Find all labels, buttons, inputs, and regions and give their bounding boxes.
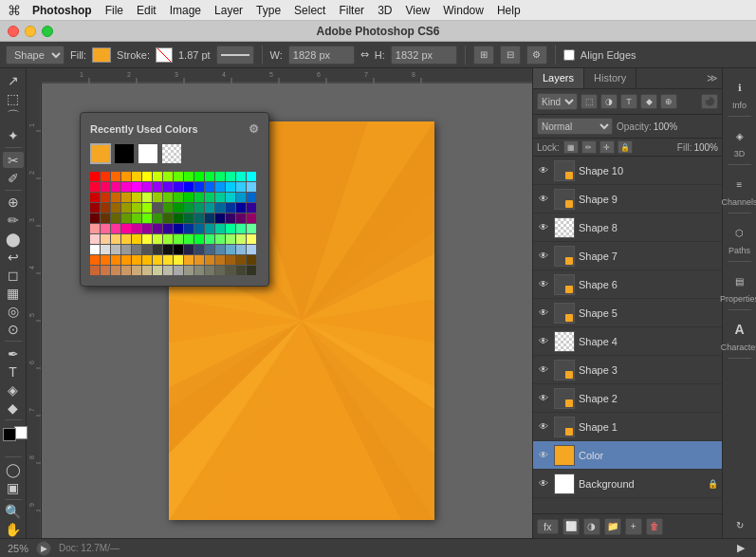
tool-magic-wand[interactable]: ✦ xyxy=(3,127,24,143)
layer-visibility-toggle[interactable]: 👁 xyxy=(537,477,550,491)
properties-icon[interactable]: ▤ xyxy=(727,268,753,294)
color-cell[interactable] xyxy=(111,255,120,265)
color-cell[interactable] xyxy=(142,234,152,244)
add-adjustment-button[interactable]: ◑ xyxy=(583,518,600,535)
fill-value[interactable]: 100% xyxy=(693,142,718,153)
color-cell[interactable] xyxy=(184,266,194,275)
tool-eyedropper[interactable]: ✐ xyxy=(3,170,24,186)
tool-marquee[interactable]: ⬚ xyxy=(3,90,24,106)
tool-stamp[interactable]: ⬤ xyxy=(3,231,24,247)
color-cell[interactable] xyxy=(247,245,256,254)
color-cell[interactable] xyxy=(163,234,173,244)
color-cell[interactable] xyxy=(215,193,225,202)
color-cell[interactable] xyxy=(132,193,141,202)
delete-layer-button[interactable]: 🗑 xyxy=(646,518,663,535)
status-arrow-btn[interactable]: ▶ xyxy=(733,541,748,556)
layer-visibility-toggle[interactable]: 👁 xyxy=(537,420,550,434)
color-cell[interactable] xyxy=(236,214,246,223)
color-cell[interactable] xyxy=(226,214,235,223)
tab-history[interactable]: History xyxy=(584,68,636,88)
layer-filter-toggle[interactable]: ⚫ xyxy=(701,94,718,109)
color-cell[interactable] xyxy=(153,224,162,233)
color-cell[interactable] xyxy=(163,255,173,265)
color-cell[interactable] xyxy=(153,234,162,244)
color-cell[interactable] xyxy=(90,193,100,202)
color-cell[interactable] xyxy=(174,234,183,244)
color-cell[interactable] xyxy=(205,245,214,254)
color-cell[interactable] xyxy=(142,193,152,202)
arrange-button[interactable]: ⚙ xyxy=(526,46,547,65)
color-cell[interactable] xyxy=(121,214,131,223)
color-cell[interactable] xyxy=(215,172,225,181)
color-cell[interactable] xyxy=(236,266,246,275)
color-cell[interactable] xyxy=(132,203,141,213)
color-cell[interactable] xyxy=(236,182,246,192)
color-cell[interactable] xyxy=(174,214,183,223)
color-cell[interactable] xyxy=(153,245,162,254)
tool-zoom[interactable]: 🔍 xyxy=(3,504,24,520)
canvas-viewport[interactable]: Recently Used Colors ⚙ xyxy=(42,84,532,538)
color-cell[interactable] xyxy=(132,214,141,223)
color-cell[interactable] xyxy=(142,203,152,213)
layer-visibility-toggle[interactable]: 👁 xyxy=(537,164,550,177)
fill-color-swatch[interactable] xyxy=(92,47,111,63)
menu-3d[interactable]: 3D xyxy=(378,4,392,17)
color-cell[interactable] xyxy=(153,203,162,213)
tool-brush[interactable]: ✏ xyxy=(3,213,24,229)
color-cell[interactable] xyxy=(205,214,214,223)
tool-gradient[interactable]: ▦ xyxy=(3,285,24,301)
color-cell[interactable] xyxy=(226,224,235,233)
color-cell[interactable] xyxy=(111,214,120,223)
color-cell[interactable] xyxy=(163,214,173,223)
color-cell[interactable] xyxy=(132,172,141,181)
layer-visibility-toggle[interactable]: 👁 xyxy=(537,221,550,234)
color-cell[interactable] xyxy=(184,172,194,181)
color-cell[interactable] xyxy=(121,203,131,213)
color-cell[interactable] xyxy=(236,255,246,265)
color-cell[interactable] xyxy=(236,245,246,254)
color-cell[interactable] xyxy=(153,266,162,275)
close-button[interactable] xyxy=(8,26,19,37)
color-cell[interactable] xyxy=(236,224,246,233)
color-cell[interactable] xyxy=(101,255,110,265)
menu-file[interactable]: File xyxy=(105,4,123,17)
tool-shape[interactable]: ◆ xyxy=(3,399,24,416)
color-cell[interactable] xyxy=(111,266,120,275)
color-cell[interactable] xyxy=(163,172,173,181)
color-cell[interactable] xyxy=(184,203,194,213)
filter-type-btn[interactable]: T xyxy=(620,94,637,109)
width-input[interactable] xyxy=(288,46,355,65)
color-cell[interactable] xyxy=(194,203,204,213)
height-input[interactable] xyxy=(391,46,457,65)
status-next-btn[interactable]: ▶ xyxy=(36,541,51,556)
add-mask-button[interactable]: ⬜ xyxy=(562,518,580,535)
color-cell[interactable] xyxy=(194,266,204,275)
color-cell[interactable] xyxy=(247,203,256,213)
layer-item[interactable]: 👁Color xyxy=(533,441,722,470)
color-cell[interactable] xyxy=(101,203,110,213)
stroke-style-selector[interactable] xyxy=(216,46,254,65)
layer-item[interactable]: 👁Shape 2 xyxy=(533,384,722,413)
color-cell[interactable] xyxy=(247,266,256,275)
opacity-value[interactable]: 100% xyxy=(654,121,678,132)
color-cell[interactable] xyxy=(205,203,214,213)
menu-image[interactable]: Image xyxy=(170,4,201,17)
color-cell[interactable] xyxy=(174,255,183,265)
color-cell[interactable] xyxy=(236,193,246,202)
tool-lasso[interactable]: ⌒ xyxy=(3,108,24,125)
color-cell[interactable] xyxy=(121,172,131,181)
color-cell[interactable] xyxy=(163,182,173,192)
color-cell[interactable] xyxy=(205,182,214,192)
color-cell[interactable] xyxy=(215,182,225,192)
color-cell[interactable] xyxy=(101,224,110,233)
color-cell[interactable] xyxy=(132,245,141,254)
color-cell[interactable] xyxy=(205,234,214,244)
maximize-button[interactable] xyxy=(42,26,53,37)
right-panel-properties[interactable]: ▤ Properties xyxy=(720,268,756,304)
color-cell[interactable] xyxy=(215,245,225,254)
menu-type[interactable]: Type xyxy=(256,4,281,17)
color-cell[interactable] xyxy=(194,193,204,202)
lock-all-btn[interactable]: 🔒 xyxy=(618,140,633,154)
layer-item[interactable]: 👁Shape 5 xyxy=(533,299,722,327)
color-cell[interactable] xyxy=(247,255,256,265)
